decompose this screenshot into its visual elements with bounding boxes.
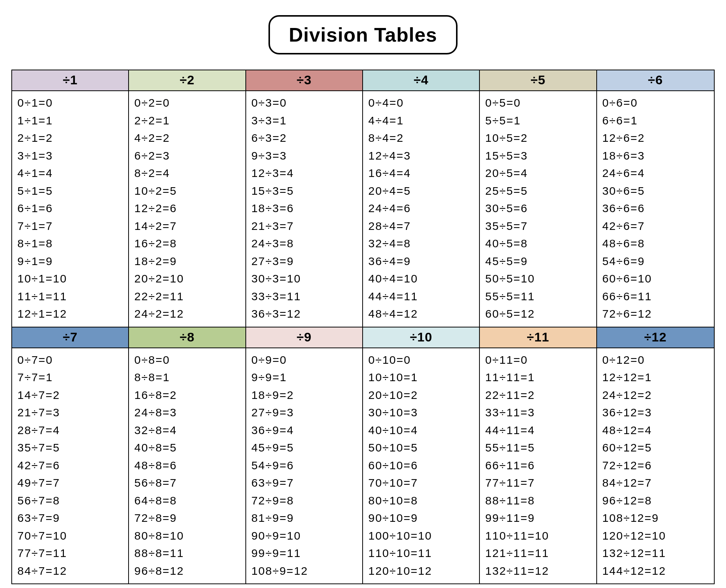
division-fact: 70÷10=7	[368, 474, 475, 492]
division-fact: 12÷6=2	[602, 129, 709, 147]
division-fact: 132÷11=12	[485, 562, 591, 580]
division-fact: 80÷8=10	[134, 527, 240, 545]
division-fact: 9÷1=9	[17, 253, 124, 270]
division-fact: 48÷6=8	[602, 235, 709, 253]
division-fact: 16÷4=4	[368, 164, 475, 182]
division-fact: 6÷3=2	[251, 129, 358, 147]
division-fact: 30÷3=10	[251, 270, 358, 288]
column-head-div4: ÷4	[363, 70, 480, 91]
division-fact: 100÷10=10	[368, 527, 475, 545]
division-fact: 55÷11=5	[485, 439, 591, 457]
division-fact: 48÷4=12	[368, 305, 475, 323]
division-fact: 11÷11=1	[485, 369, 591, 386]
division-fact: 3÷1=3	[17, 147, 124, 165]
column-body-div10: 0÷10=010÷10=120÷10=230÷10=340÷10=450÷10=…	[363, 348, 480, 584]
column-head-div11: ÷11	[480, 327, 597, 348]
division-fact: 14÷7=2	[17, 386, 124, 404]
division-fact: 55÷5=11	[485, 288, 591, 306]
title-container: Division Tables	[11, 15, 715, 54]
division-fact: 49÷7=7	[17, 474, 124, 492]
division-fact: 9÷3=3	[251, 147, 358, 165]
division-fact: 10÷10=1	[368, 369, 475, 386]
column-head-div10: ÷10	[363, 327, 480, 348]
division-fact: 2÷1=2	[17, 129, 124, 147]
division-fact: 108÷12=9	[602, 509, 709, 527]
division-fact: 66÷11=6	[485, 457, 591, 475]
division-fact: 0÷7=0	[17, 351, 124, 369]
division-fact: 10÷2=5	[134, 182, 240, 200]
division-fact: 50÷10=5	[368, 439, 475, 457]
division-fact: 60÷12=5	[602, 439, 709, 457]
division-fact: 99÷9=11	[251, 545, 358, 562]
column-head-div8: ÷8	[129, 327, 246, 348]
column-body-div7: 0÷7=07÷7=114÷7=221÷7=328÷7=435÷7=542÷7=6…	[12, 348, 129, 584]
division-fact: 24÷8=3	[134, 404, 240, 422]
division-fact: 8÷1=8	[17, 235, 124, 253]
division-fact: 0÷10=0	[368, 351, 475, 369]
division-fact: 24÷12=2	[602, 386, 709, 404]
division-fact: 36÷12=3	[602, 404, 709, 422]
division-fact: 44÷11=4	[485, 422, 591, 439]
division-fact: 70÷7=10	[17, 527, 124, 545]
division-fact: 30÷10=3	[368, 404, 475, 422]
division-fact: 10÷1=10	[17, 270, 124, 288]
division-fact: 64÷8=8	[134, 492, 240, 510]
division-fact: 110÷11=10	[485, 527, 591, 545]
column-head-div2: ÷2	[129, 70, 246, 91]
division-fact: 45÷9=5	[251, 439, 358, 457]
division-fact: 36÷4=9	[368, 253, 475, 270]
division-fact: 0÷6=0	[602, 94, 709, 112]
division-fact: 35÷5=7	[485, 217, 591, 235]
division-fact: 24÷6=4	[602, 164, 709, 182]
division-fact: 88÷11=8	[485, 492, 591, 510]
division-fact: 110÷10=11	[368, 545, 475, 562]
division-fact: 50÷5=10	[485, 270, 591, 288]
division-fact: 12÷4=3	[368, 147, 475, 165]
division-fact: 27÷3=9	[251, 253, 358, 270]
division-fact: 0÷12=0	[602, 351, 709, 369]
division-fact: 48÷12=4	[602, 422, 709, 439]
division-fact: 36÷9=4	[251, 422, 358, 439]
column-body-div2: 0÷2=02÷2=14÷2=26÷2=38÷2=410÷2=512÷2=614÷…	[129, 91, 246, 327]
division-fact: 81÷9=9	[251, 509, 358, 527]
division-fact: 28÷4=7	[368, 217, 475, 235]
division-fact: 0÷9=0	[251, 351, 358, 369]
division-fact: 72÷12=6	[602, 457, 709, 475]
division-fact: 0÷8=0	[134, 351, 240, 369]
division-fact: 4÷2=2	[134, 129, 240, 147]
division-fact: 12÷3=4	[251, 164, 358, 182]
division-fact: 30÷6=5	[602, 182, 709, 200]
division-fact: 56÷7=8	[17, 492, 124, 510]
column-body-div12: 0÷12=012÷12=124÷12=236÷12=348÷12=460÷12=…	[597, 348, 714, 584]
division-fact: 5÷5=1	[485, 112, 591, 130]
column-head-div12: ÷12	[597, 327, 714, 348]
division-fact: 30÷5=6	[485, 200, 591, 217]
division-fact: 40÷4=10	[368, 270, 475, 288]
division-fact: 40÷8=5	[134, 439, 240, 457]
division-fact: 63÷7=9	[17, 509, 124, 527]
division-fact: 96÷12=8	[602, 492, 709, 510]
column-head-div1: ÷1	[12, 70, 129, 91]
division-fact: 42÷6=7	[602, 217, 709, 235]
division-fact: 7÷1=7	[17, 217, 124, 235]
division-fact: 7÷7=1	[17, 369, 124, 386]
division-fact: 20÷5=4	[485, 164, 591, 182]
division-fact: 56÷8=7	[134, 474, 240, 492]
division-fact: 22÷11=2	[485, 386, 591, 404]
column-head-div3: ÷3	[246, 70, 363, 91]
column-body-div5: 0÷5=05÷5=110÷5=215÷5=320÷5=425÷5=530÷5=6…	[480, 91, 597, 327]
division-fact: 33÷11=3	[485, 404, 591, 422]
division-fact: 0÷5=0	[485, 94, 591, 112]
division-fact: 0÷3=0	[251, 94, 358, 112]
division-fact: 121÷11=11	[485, 545, 591, 562]
division-fact: 6÷1=6	[17, 200, 124, 217]
division-fact: 72÷8=9	[134, 509, 240, 527]
division-fact: 54÷6=9	[602, 253, 709, 270]
division-fact: 40÷10=4	[368, 422, 475, 439]
column-body-div8: 0÷8=08÷8=116÷8=224÷8=332÷8=440÷8=548÷8=6…	[129, 348, 246, 584]
division-fact: 15÷5=3	[485, 147, 591, 165]
division-fact: 3÷3=1	[251, 112, 358, 130]
division-fact: 40÷5=8	[485, 235, 591, 253]
division-fact: 20÷2=10	[134, 270, 240, 288]
division-fact: 36÷6=6	[602, 200, 709, 217]
